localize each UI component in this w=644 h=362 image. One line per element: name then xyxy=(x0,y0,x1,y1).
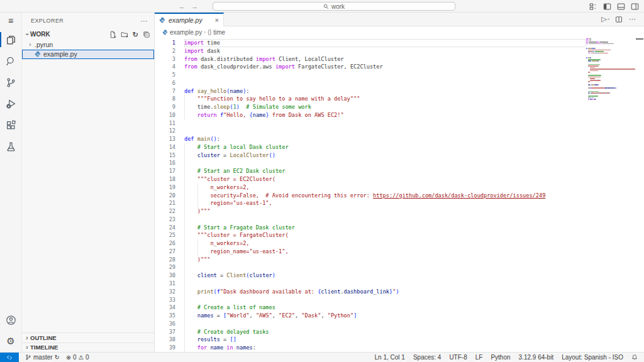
encoding-status[interactable]: UTF-8 xyxy=(449,354,467,361)
accounts-icon[interactable] xyxy=(0,309,22,331)
code-line-21[interactable]: 21 region="us-east-1", xyxy=(155,199,586,207)
code-line-36[interactable]: 36 xyxy=(155,320,586,328)
sidebar-item-extensions[interactable] xyxy=(0,114,22,136)
code-line-32[interactable]: 32 print(f"Dask dashboard available at: … xyxy=(155,288,586,296)
more-actions-icon[interactable]: ⋯ xyxy=(629,15,636,23)
timeline-section[interactable]: › TIMELINE xyxy=(22,343,154,353)
code-line-23[interactable]: 23 xyxy=(155,216,586,224)
editor-group: example.py × ▷ › ⋯ example.py › {} time … xyxy=(155,13,644,352)
nav-forward-icon[interactable]: → xyxy=(191,3,198,10)
editor-scrollbar[interactable] xyxy=(635,38,644,352)
toggle-panel-icon[interactable] xyxy=(617,3,625,11)
code-line-22[interactable]: 22 )""" xyxy=(155,207,586,216)
toggle-sidebar-icon[interactable] xyxy=(603,3,611,11)
new-file-icon[interactable] xyxy=(109,31,116,38)
breadcrumb-symbol[interactable]: time xyxy=(213,29,225,36)
command-center-search[interactable]: work xyxy=(213,2,455,11)
code-line-15[interactable]: 15 cluster = LocalCluster() xyxy=(155,151,586,160)
code-line-11[interactable]: 11 xyxy=(155,119,586,128)
tree-item-example-py[interactable]: example.py xyxy=(22,50,154,60)
code-line-29[interactable]: 29 xyxy=(155,263,586,272)
nav-back-icon[interactable]: ← xyxy=(179,3,186,10)
code-line-2[interactable]: 2import dask xyxy=(155,47,586,55)
code-line-25[interactable]: 25 """cluster = FargateCluster( xyxy=(155,231,586,239)
refresh-icon[interactable]: ↻ xyxy=(133,31,138,38)
code-line-30[interactable]: 30 client = Client(cluster) xyxy=(155,272,586,280)
code-line-26[interactable]: 26 n_workers=2, xyxy=(155,239,586,248)
code-line-33[interactable]: 33 xyxy=(155,296,586,304)
code-line-14[interactable]: 14 # Start a local Dask cluster xyxy=(155,143,586,151)
explorer-title: EXPLORER xyxy=(31,18,64,24)
code-line-12[interactable]: 12 xyxy=(155,127,586,135)
code-line-38[interactable]: 38 results = [] xyxy=(155,336,586,344)
eol-status[interactable]: LF xyxy=(475,354,483,361)
new-folder-icon[interactable] xyxy=(121,31,128,38)
breadcrumb-file[interactable]: example.py xyxy=(170,29,202,36)
error-icon: ⊗ xyxy=(66,354,71,361)
sidebar-item-source-control[interactable] xyxy=(0,72,22,93)
sidebar-item-search[interactable] xyxy=(0,50,22,72)
menu-icon[interactable]: ≡ xyxy=(0,13,22,29)
line-number: 15 xyxy=(155,151,175,160)
code-line-34[interactable]: 34 # Create a list of names xyxy=(155,304,586,312)
status-bar: master ↻ ⊗ 0 ⚠ 0 Ln 1, Col 1 Spaces: 4 U… xyxy=(0,352,644,362)
run-python-file-button[interactable]: ▷ › xyxy=(601,15,609,23)
code-line-1[interactable]: 1import time xyxy=(155,39,586,47)
outline-section[interactable]: › OUTLINE xyxy=(22,332,154,343)
line-number: 24 xyxy=(155,224,175,232)
remote-indicator[interactable] xyxy=(0,353,19,362)
code-line-27[interactable]: 27 region_name="us-east-1", xyxy=(155,248,586,256)
tab-label: example.py xyxy=(169,16,212,24)
notifications-bell-icon[interactable] xyxy=(631,354,638,361)
code-line-7[interactable]: 7def say_hello(name): xyxy=(155,87,586,96)
code-line-37[interactable]: 37 # Create delayed tasks xyxy=(155,328,586,336)
sidebar-item-testing[interactable] xyxy=(0,136,22,157)
code-line-18[interactable]: 18 """cluster = EC2Cluster( xyxy=(155,175,586,184)
problems-status[interactable]: ⊗ 0 ⚠ 0 xyxy=(66,354,89,361)
cursor-position-status[interactable]: Ln 1, Col 1 xyxy=(375,354,405,361)
code-line-8[interactable]: 8 """Function to say hello to a name wit… xyxy=(155,95,586,103)
code-line-10[interactable]: 10 return f"Hello, {name} from Dask on A… xyxy=(155,111,586,119)
indentation-status[interactable]: Spaces: 4 xyxy=(413,354,441,361)
code-line-9[interactable]: 9 time.sleep(1) # Simulate some work xyxy=(155,103,586,111)
code-line-24[interactable]: 24 # Start a Fragate Dask cluster xyxy=(155,224,586,232)
tab-close-icon[interactable]: × xyxy=(215,16,219,24)
line-number: 22 xyxy=(155,207,175,216)
sidebar-item-explorer[interactable] xyxy=(0,29,22,50)
code-line-31[interactable]: 31 xyxy=(155,280,586,288)
tab-example-py[interactable]: example.py × xyxy=(155,13,224,26)
code-line-16[interactable]: 16 xyxy=(155,159,586,167)
line-number: 39 xyxy=(155,344,175,352)
code-line-13[interactable]: 13def main(): xyxy=(155,135,586,143)
code-line-5[interactable]: 5 xyxy=(155,71,586,79)
minimap[interactable] xyxy=(586,38,635,352)
settings-gear-icon[interactable]: ⚙ xyxy=(0,331,22,352)
branch-status[interactable]: master ↻ xyxy=(25,354,60,361)
line-number: 2 xyxy=(155,47,175,55)
split-editor-icon[interactable] xyxy=(615,16,623,23)
tree-item-pyrun[interactable]: › .pyrun xyxy=(22,40,154,50)
collapse-folders-icon[interactable] xyxy=(143,31,150,38)
toggle-secondary-sidebar-icon[interactable] xyxy=(631,3,639,11)
explorer-section-work[interactable]: › WORK ↻ xyxy=(22,29,154,40)
explorer-more-icon[interactable]: ⋯ xyxy=(141,17,148,25)
customize-layout-icon[interactable] xyxy=(589,3,597,11)
tab-bar: example.py × ▷ › ⋯ xyxy=(155,13,644,26)
line-number: 34 xyxy=(155,304,175,312)
code-line-28[interactable]: 28 )""" xyxy=(155,256,586,264)
sidebar-item-run-debug[interactable] xyxy=(0,93,22,114)
code-line-3[interactable]: 3from dask.distributed import Client, Lo… xyxy=(155,55,586,63)
language-status[interactable]: Python xyxy=(491,354,510,361)
code-line-17[interactable]: 17 # Start an EC2 Dask cluster xyxy=(155,167,586,175)
code-editor[interactable]: 1import time2import dask3from dask.distr… xyxy=(155,38,644,352)
keyboard-layout-status[interactable]: Layout: Spanish - ISO xyxy=(562,354,623,361)
line-number: 23 xyxy=(155,216,175,224)
code-line-20[interactable]: 20 security=False, # Avoid encountering … xyxy=(155,192,586,200)
code-line-6[interactable]: 6 xyxy=(155,79,586,87)
code-line-39[interactable]: 39 for name in names: xyxy=(155,344,586,352)
extensions-icon xyxy=(6,120,16,131)
code-line-35[interactable]: 35 names = ["World", "AWS", "EC2", "Dask… xyxy=(155,312,586,320)
python-version-status[interactable]: 3.12.9 64-bit xyxy=(519,354,554,361)
code-line-19[interactable]: 19 n_workers=2, xyxy=(155,184,586,192)
code-line-4[interactable]: 4from dask_cloudprovider.aws import Farg… xyxy=(155,63,586,71)
